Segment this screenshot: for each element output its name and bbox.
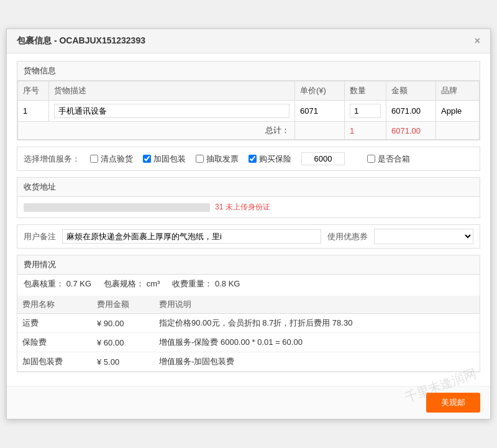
note-label: 用户备注 bbox=[24, 231, 56, 242]
row-amount: 6071.00 bbox=[386, 101, 436, 122]
qty-input[interactable] bbox=[350, 104, 381, 118]
fee-size-label: 包裹规格： cm³ bbox=[104, 278, 160, 290]
address-header: 收货地址 bbox=[17, 178, 480, 197]
note-input[interactable] bbox=[62, 229, 321, 244]
dialog-title-text: 包裹信息 - OCABJUX151232393 bbox=[17, 35, 145, 47]
service-combined[interactable]: 是否合箱 bbox=[367, 153, 410, 165]
fee-col-name: 费用名称 bbox=[17, 296, 92, 314]
fee-section: 费用情况 包裹核重： 0.7 KG 包裹规格： cm³ 收费重量： 0.8 KG bbox=[17, 255, 480, 372]
col-desc: 货物描述 bbox=[49, 81, 295, 101]
fee-charge-label: 收费重量： 0.8 KG bbox=[172, 278, 240, 290]
total-label: 总计： bbox=[18, 122, 295, 140]
reinforce-label: 加固包装 bbox=[153, 153, 186, 165]
dialog-footer: 美观邮 bbox=[7, 386, 490, 419]
col-price: 单价(¥) bbox=[295, 81, 345, 101]
fee-header: 费用情况 bbox=[17, 255, 480, 275]
address-body: 31 未上传身份证 bbox=[17, 197, 480, 217]
fee-row-shipping: 运费 ¥ 90.00 指定价格90.00元，会员折扣 8.7折，打折后费用 78… bbox=[17, 314, 480, 333]
goods-table: 序号 货物描述 单价(¥) 数量 金额 品牌 1 bbox=[17, 81, 480, 140]
fee-col-desc: 费用说明 bbox=[154, 296, 480, 314]
check-checkbox[interactable] bbox=[90, 155, 98, 163]
goods-section: 货物信息 序号 货物描述 单价(¥) 数量 金额 品牌 bbox=[17, 61, 480, 140]
fee-name-shipping: 运费 bbox=[17, 314, 92, 333]
invoice-label: 抽取发票 bbox=[206, 153, 239, 165]
fee-table: 费用名称 费用金额 费用说明 运费 ¥ 90.00 指定价格90.00元，会员折… bbox=[17, 296, 480, 372]
close-button[interactable]: × bbox=[475, 36, 480, 46]
goods-desc-input[interactable] bbox=[54, 104, 290, 118]
service-reinforce[interactable]: 加固包装 bbox=[143, 153, 186, 165]
note-coupon-section: 用户备注 使用优惠券 bbox=[17, 224, 480, 249]
address-section: 收货地址 31 未上传身份证 bbox=[17, 177, 480, 218]
col-qty: 数量 bbox=[345, 81, 386, 101]
services-section: 选择增值服务： 清点验货 加固包装 抽取发票 购买保险 bbox=[17, 147, 480, 171]
dialog-title-bar: 包裹信息 - OCABJUX151232393 × bbox=[7, 29, 490, 53]
row-desc bbox=[49, 101, 295, 122]
total-row: 总计： 1 6071.00 bbox=[18, 122, 480, 140]
row-qty bbox=[345, 101, 386, 122]
col-brand: 品牌 bbox=[436, 81, 480, 101]
invoice-checkbox[interactable] bbox=[196, 155, 204, 163]
package-info-dialog: 包裹信息 - OCABJUX151232393 × 货物信息 序号 货物描述 单… bbox=[6, 29, 491, 419]
check-label: 清点验货 bbox=[101, 153, 133, 165]
address-blur bbox=[24, 203, 210, 212]
insurance-value-input[interactable] bbox=[301, 152, 345, 165]
coupon-select[interactable] bbox=[374, 229, 473, 244]
fee-desc-insurance: 增值服务-保险费 6000.00 * 0.01 = 60.00 bbox=[154, 333, 480, 352]
fee-name-insurance: 保险费 bbox=[17, 333, 92, 352]
fee-weight-label: 包裹核重： 0.7 KG bbox=[24, 278, 91, 290]
submit-button[interactable]: 美观邮 bbox=[426, 393, 480, 413]
fee-amount-insurance: ¥ 60.00 bbox=[92, 333, 154, 352]
fee-amount-reinforce: ¥ 5.00 bbox=[92, 352, 154, 372]
total-qty: 1 bbox=[345, 122, 386, 140]
combined-checkbox[interactable] bbox=[367, 155, 375, 163]
fee-amount-shipping: ¥ 90.00 bbox=[92, 314, 154, 333]
combined-label: 是否合箱 bbox=[378, 153, 410, 165]
reinforce-checkbox[interactable] bbox=[143, 155, 151, 163]
fee-meta: 包裹核重： 0.7 KG 包裹规格： cm³ 收费重量： 0.8 KG bbox=[17, 275, 480, 293]
insurance-label: 购买保险 bbox=[259, 153, 291, 165]
goods-section-header: 货物信息 bbox=[17, 62, 480, 81]
fee-desc-reinforce: 增值服务-加固包装费 bbox=[154, 352, 480, 372]
address-warning: 31 未上传身份证 bbox=[215, 202, 270, 213]
fee-name-reinforce: 加固包装费 bbox=[17, 352, 92, 372]
fee-col-amount: 费用金额 bbox=[92, 296, 154, 314]
total-amount: 6071.00 bbox=[386, 122, 436, 140]
fee-row-insurance: 保险费 ¥ 60.00 增值服务-保险费 6000.00 * 0.01 = 60… bbox=[17, 333, 480, 352]
row-brand: Apple bbox=[436, 101, 480, 122]
table-row: 1 6071 6071.00 Apple bbox=[18, 101, 480, 122]
row-id: 1 bbox=[18, 101, 49, 122]
fee-desc-shipping: 指定价格90.00元，会员折扣 8.7折，打折后费用 78.30 bbox=[154, 314, 480, 333]
fee-row-reinforce: 加固包装费 ¥ 5.00 增值服务-加固包装费 bbox=[17, 352, 480, 372]
dialog-body: 货物信息 序号 货物描述 单价(¥) 数量 金额 品牌 bbox=[7, 53, 490, 386]
col-amount: 金额 bbox=[386, 81, 436, 101]
service-invoice[interactable]: 抽取发票 bbox=[196, 153, 239, 165]
user-note-row: 用户备注 使用优惠券 bbox=[17, 225, 480, 248]
col-id: 序号 bbox=[18, 81, 49, 101]
service-check[interactable]: 清点验货 bbox=[90, 153, 133, 165]
row-price: 6071 bbox=[295, 101, 345, 122]
services-label: 选择增值服务： bbox=[24, 153, 80, 165]
service-insurance[interactable]: 购买保险 bbox=[248, 153, 291, 165]
insurance-checkbox[interactable] bbox=[248, 155, 257, 163]
coupon-label: 使用优惠券 bbox=[327, 231, 368, 242]
services-row: 选择增值服务： 清点验货 加固包装 抽取发票 购买保险 bbox=[17, 147, 480, 170]
